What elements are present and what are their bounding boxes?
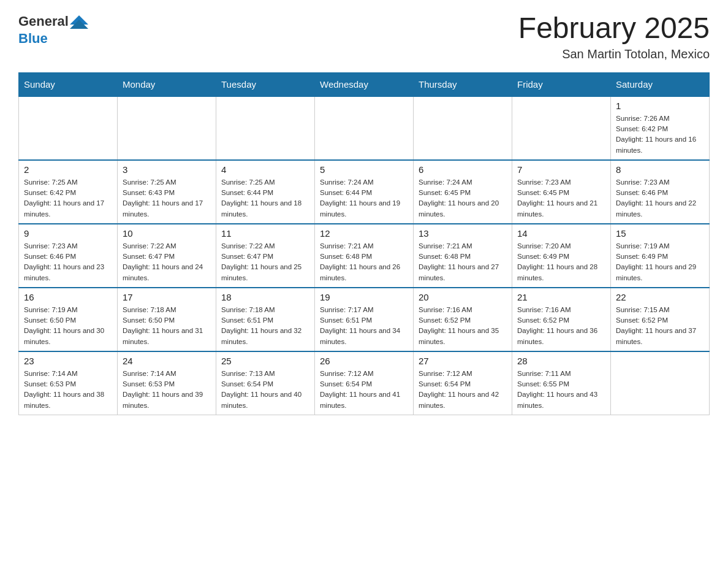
week-row-5: 23Sunrise: 7:14 AMSunset: 6:53 PMDayligh… [19, 351, 710, 415]
day-number: 6 [419, 164, 507, 175]
day-number: 15 [616, 228, 704, 239]
week-row-4: 16Sunrise: 7:19 AMSunset: 6:50 PMDayligh… [19, 288, 710, 351]
day-number: 14 [517, 228, 605, 239]
day-cell: 17Sunrise: 7:18 AMSunset: 6:50 PMDayligh… [118, 288, 216, 351]
day-cell: 14Sunrise: 7:20 AMSunset: 6:49 PMDayligh… [512, 224, 611, 288]
day-info: Sunrise: 7:24 AMSunset: 6:44 PMDaylight:… [320, 177, 408, 220]
title-area: February 2025 San Martin Totolan, Mexico [518, 12, 710, 61]
day-number: 12 [320, 228, 408, 239]
day-number: 10 [123, 228, 211, 239]
day-cell [414, 96, 512, 160]
day-cell: 25Sunrise: 7:13 AMSunset: 6:54 PMDayligh… [216, 351, 315, 415]
day-cell: 6Sunrise: 7:24 AMSunset: 6:45 PMDaylight… [414, 160, 512, 224]
day-cell: 28Sunrise: 7:11 AMSunset: 6:55 PMDayligh… [512, 351, 611, 415]
logo: General Blue [18, 12, 88, 47]
day-cell: 3Sunrise: 7:25 AMSunset: 6:43 PMDaylight… [118, 160, 216, 224]
day-number: 28 [517, 356, 605, 366]
day-cell: 1Sunrise: 7:26 AMSunset: 6:42 PMDaylight… [611, 96, 710, 160]
day-cell: 16Sunrise: 7:19 AMSunset: 6:50 PMDayligh… [19, 288, 118, 351]
day-number: 7 [517, 164, 605, 175]
day-info: Sunrise: 7:24 AMSunset: 6:45 PMDaylight:… [419, 177, 507, 220]
day-cell: 15Sunrise: 7:19 AMSunset: 6:49 PMDayligh… [611, 224, 710, 288]
day-cell: 21Sunrise: 7:16 AMSunset: 6:52 PMDayligh… [512, 288, 611, 351]
day-number: 1 [616, 101, 704, 111]
day-info: Sunrise: 7:11 AMSunset: 6:55 PMDaylight:… [517, 369, 605, 411]
day-cell: 13Sunrise: 7:21 AMSunset: 6:48 PMDayligh… [414, 224, 512, 288]
day-number: 2 [24, 164, 112, 175]
day-info: Sunrise: 7:18 AMSunset: 6:50 PMDaylight:… [123, 305, 211, 347]
day-cell [216, 96, 315, 160]
day-cell: 7Sunrise: 7:23 AMSunset: 6:45 PMDaylight… [512, 160, 611, 224]
logo-icon [70, 12, 88, 31]
day-info: Sunrise: 7:19 AMSunset: 6:50 PMDaylight:… [24, 305, 112, 347]
day-cell: 2Sunrise: 7:25 AMSunset: 6:42 PMDaylight… [19, 160, 118, 224]
month-title: February 2025 [518, 12, 710, 45]
week-row-1: 1Sunrise: 7:26 AMSunset: 6:42 PMDaylight… [19, 96, 710, 160]
calendar-body: 1Sunrise: 7:26 AMSunset: 6:42 PMDaylight… [19, 96, 710, 415]
day-info: Sunrise: 7:14 AMSunset: 6:53 PMDaylight:… [24, 369, 112, 411]
day-info: Sunrise: 7:23 AMSunset: 6:45 PMDaylight:… [517, 177, 605, 220]
week-row-3: 9Sunrise: 7:23 AMSunset: 6:46 PMDaylight… [19, 224, 710, 288]
day-number: 27 [419, 356, 507, 366]
day-number: 11 [221, 228, 309, 239]
day-number: 16 [24, 292, 112, 302]
day-cell: 11Sunrise: 7:22 AMSunset: 6:47 PMDayligh… [216, 224, 315, 288]
logo-general: General [18, 13, 69, 29]
weekday-thursday: Thursday [414, 72, 512, 96]
day-number: 9 [24, 228, 112, 239]
day-info: Sunrise: 7:25 AMSunset: 6:42 PMDaylight:… [24, 177, 112, 220]
location-title: San Martin Totolan, Mexico [518, 47, 710, 61]
day-number: 25 [221, 356, 309, 366]
weekday-tuesday: Tuesday [216, 72, 315, 96]
day-number: 19 [320, 292, 408, 302]
day-info: Sunrise: 7:16 AMSunset: 6:52 PMDaylight:… [517, 305, 605, 347]
day-number: 20 [419, 292, 507, 302]
day-cell: 20Sunrise: 7:16 AMSunset: 6:52 PMDayligh… [414, 288, 512, 351]
day-number: 4 [221, 164, 309, 175]
day-info: Sunrise: 7:26 AMSunset: 6:42 PMDaylight:… [616, 113, 704, 156]
day-info: Sunrise: 7:21 AMSunset: 6:48 PMDaylight:… [419, 241, 507, 283]
day-cell: 24Sunrise: 7:14 AMSunset: 6:53 PMDayligh… [118, 351, 216, 415]
day-cell: 5Sunrise: 7:24 AMSunset: 6:44 PMDaylight… [315, 160, 414, 224]
day-number: 24 [123, 356, 211, 366]
day-number: 13 [419, 228, 507, 239]
day-cell: 8Sunrise: 7:23 AMSunset: 6:46 PMDaylight… [611, 160, 710, 224]
weekday-monday: Monday [118, 72, 216, 96]
weekday-saturday: Saturday [611, 72, 710, 96]
day-number: 22 [616, 292, 704, 302]
calendar-header: SundayMondayTuesdayWednesdayThursdayFrid… [19, 72, 710, 96]
day-info: Sunrise: 7:15 AMSunset: 6:52 PMDaylight:… [616, 305, 704, 347]
day-info: Sunrise: 7:12 AMSunset: 6:54 PMDaylight:… [419, 369, 507, 411]
day-number: 3 [123, 164, 211, 175]
day-cell: 22Sunrise: 7:15 AMSunset: 6:52 PMDayligh… [611, 288, 710, 351]
day-info: Sunrise: 7:19 AMSunset: 6:49 PMDaylight:… [616, 241, 704, 283]
day-info: Sunrise: 7:22 AMSunset: 6:47 PMDaylight:… [221, 241, 309, 283]
logo-blue: Blue [18, 31, 48, 47]
day-info: Sunrise: 7:14 AMSunset: 6:53 PMDaylight:… [123, 369, 211, 411]
day-number: 17 [123, 292, 211, 302]
day-info: Sunrise: 7:23 AMSunset: 6:46 PMDaylight:… [24, 241, 112, 283]
day-cell [611, 351, 710, 415]
day-number: 8 [616, 164, 704, 175]
weekday-wednesday: Wednesday [315, 72, 414, 96]
day-info: Sunrise: 7:20 AMSunset: 6:49 PMDaylight:… [517, 241, 605, 283]
day-cell: 27Sunrise: 7:12 AMSunset: 6:54 PMDayligh… [414, 351, 512, 415]
day-cell: 18Sunrise: 7:18 AMSunset: 6:51 PMDayligh… [216, 288, 315, 351]
day-number: 26 [320, 356, 408, 366]
weekday-row: SundayMondayTuesdayWednesdayThursdayFrid… [19, 72, 710, 96]
day-cell: 4Sunrise: 7:25 AMSunset: 6:44 PMDaylight… [216, 160, 315, 224]
day-number: 23 [24, 356, 112, 366]
day-info: Sunrise: 7:13 AMSunset: 6:54 PMDaylight:… [221, 369, 309, 411]
day-info: Sunrise: 7:21 AMSunset: 6:48 PMDaylight:… [320, 241, 408, 283]
day-info: Sunrise: 7:18 AMSunset: 6:51 PMDaylight:… [221, 305, 309, 347]
day-number: 5 [320, 164, 408, 175]
day-info: Sunrise: 7:25 AMSunset: 6:43 PMDaylight:… [123, 177, 211, 220]
day-cell [19, 96, 118, 160]
day-info: Sunrise: 7:22 AMSunset: 6:47 PMDaylight:… [123, 241, 211, 283]
header: General Blue February 2025 San Martin To… [18, 12, 710, 61]
weekday-sunday: Sunday [19, 72, 118, 96]
day-cell: 23Sunrise: 7:14 AMSunset: 6:53 PMDayligh… [19, 351, 118, 415]
day-number: 21 [517, 292, 605, 302]
day-info: Sunrise: 7:17 AMSunset: 6:51 PMDaylight:… [320, 305, 408, 347]
day-number: 18 [221, 292, 309, 302]
